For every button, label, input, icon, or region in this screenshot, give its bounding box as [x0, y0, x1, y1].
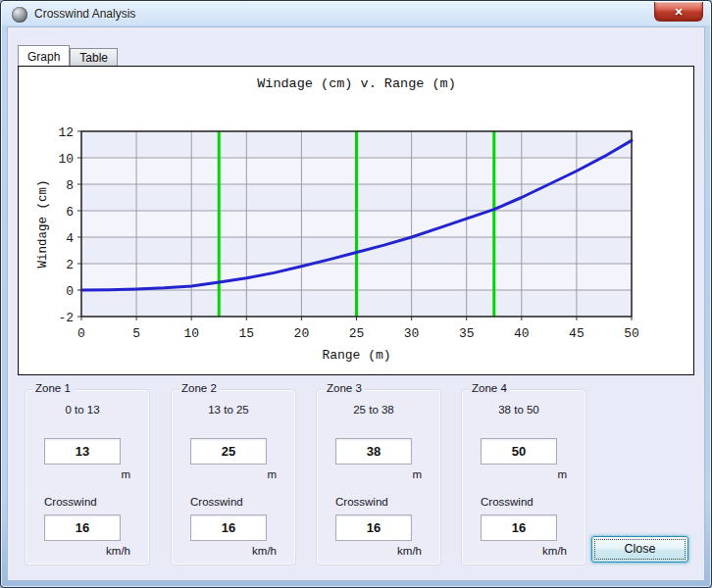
close-icon: ✕: [674, 6, 683, 18]
zone-2-range-input[interactable]: [190, 438, 267, 465]
svg-text:2: 2: [66, 258, 74, 272]
zone-4-crosswind-unit: km/h: [481, 545, 567, 557]
zone-4-crosswind-label: Crosswind: [481, 496, 534, 508]
svg-text:0: 0: [66, 284, 74, 299]
svg-text:4: 4: [66, 231, 74, 246]
svg-text:35: 35: [459, 326, 475, 341]
zone-4-range-input[interactable]: [481, 438, 557, 465]
close-button-label: Close: [592, 542, 687, 556]
zone-1-group: Zone 1 0 to 13 m Crosswind km/h: [25, 389, 150, 565]
close-button[interactable]: Close: [591, 536, 688, 563]
windage-chart-svg: 05101520253035404550-2024681012Windage (…: [19, 67, 693, 374]
zone-3-crosswind-label: Crosswind: [335, 496, 388, 508]
zone-2-crosswind-label: Crosswind: [190, 496, 243, 508]
zone-1-range-unit: m: [44, 468, 130, 480]
svg-text:0: 0: [77, 326, 85, 341]
svg-text:Windage (cm) v. Range (m): Windage (cm) v. Range (m): [257, 76, 456, 91]
svg-text:50: 50: [624, 326, 639, 341]
zone-3-range-text: 25 to 38: [335, 404, 412, 416]
zone-3-range-input[interactable]: [335, 438, 412, 465]
svg-text:40: 40: [514, 326, 530, 341]
svg-text:15: 15: [238, 326, 254, 341]
svg-text:10: 10: [183, 326, 199, 341]
svg-text:Windage (cm): Windage (cm): [36, 179, 50, 268]
zone-2-crosswind-unit: km/h: [190, 545, 277, 557]
svg-text:Range (m): Range (m): [322, 348, 390, 363]
tab-strip: Graph Table: [18, 45, 118, 66]
svg-text:12: 12: [58, 125, 74, 140]
zone-2-label: Zone 2: [178, 382, 220, 394]
svg-text:-2: -2: [58, 311, 74, 325]
svg-text:5: 5: [132, 326, 140, 341]
svg-text:10: 10: [58, 152, 74, 167]
zone-1-crosswind-label: Crosswind: [44, 496, 97, 508]
zone-1-crosswind-unit: km/h: [44, 545, 130, 557]
zone-3-group: Zone 3 25 to 38 m Crosswind km/h: [316, 389, 441, 565]
zone-3-crosswind-input[interactable]: [335, 514, 412, 541]
zone-2-crosswind-input[interactable]: [190, 514, 267, 541]
zone-1-crosswind-input[interactable]: [44, 514, 121, 541]
crosswind-analysis-window: Crosswind Analysis ✕ Graph Table 0510152…: [0, 0, 712, 588]
svg-text:25: 25: [349, 326, 365, 341]
app-icon: [12, 7, 27, 23]
svg-text:8: 8: [66, 178, 74, 193]
svg-text:30: 30: [404, 326, 420, 341]
tab-table[interactable]: Table: [70, 48, 118, 66]
zone-2-range-text: 13 to 25: [190, 404, 267, 416]
zone-4-range-unit: m: [481, 468, 567, 480]
zone-1-label: Zone 1: [32, 382, 74, 394]
dialog-client-area: Graph Table 05101520253035404550-2024681…: [8, 27, 704, 580]
windage-chart: 05101520253035404550-2024681012Windage (…: [18, 66, 694, 375]
svg-text:6: 6: [66, 205, 74, 220]
tab-graph[interactable]: Graph: [18, 45, 70, 66]
zone-3-label: Zone 3: [324, 382, 365, 394]
zone-2-range-unit: m: [190, 468, 277, 480]
window-close-button[interactable]: ✕: [654, 2, 703, 22]
zone-1-range-input[interactable]: [44, 438, 121, 465]
zone-2-group: Zone 2 13 to 25 m Crosswind km/h: [171, 389, 296, 565]
zone-4-crosswind-input[interactable]: [481, 514, 557, 541]
zone-3-crosswind-unit: km/h: [335, 545, 422, 557]
zone-1-range-text: 0 to 13: [44, 404, 121, 416]
zone-4-label: Zone 4: [469, 382, 510, 394]
titlebar[interactable]: Crosswind Analysis ✕: [1, 1, 711, 27]
zone-3-range-unit: m: [335, 468, 422, 480]
svg-text:45: 45: [569, 326, 585, 341]
window-title: Crosswind Analysis: [34, 7, 135, 21]
svg-text:20: 20: [294, 326, 310, 341]
zone-4-range-text: 38 to 50: [481, 404, 557, 416]
zone-4-group: Zone 4 38 to 50 m Crosswind km/h: [461, 389, 586, 565]
